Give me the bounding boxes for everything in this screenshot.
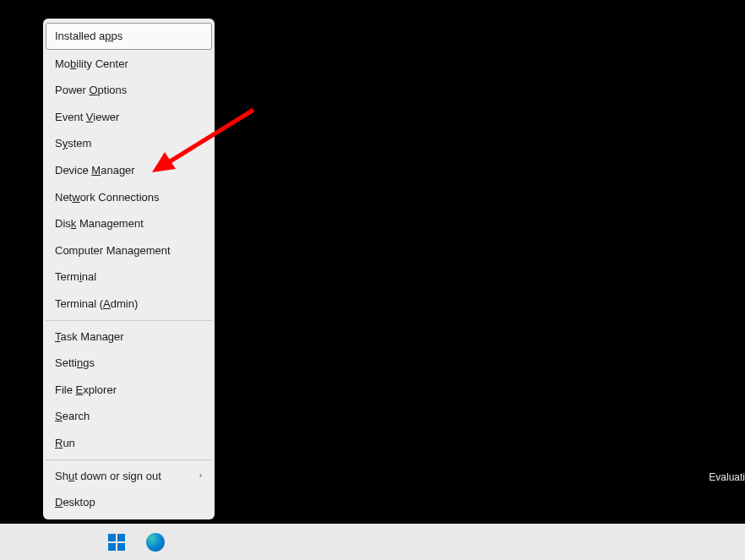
chevron-right-icon: ›	[199, 470, 202, 481]
menu-item-terminal-admin[interactable]: Terminal (Admin)	[46, 291, 212, 318]
menu-item-event-viewer[interactable]: Event Viewer	[46, 104, 212, 131]
menu-item-search[interactable]: Search	[46, 403, 212, 430]
menu-item-label: Settings	[55, 356, 95, 370]
menu-item-label: System	[55, 137, 91, 150]
menu-item-run[interactable]: Run	[46, 430, 212, 457]
menu-item-shutdown[interactable]: Shut down or sign out›	[46, 463, 212, 490]
edge-icon	[146, 533, 165, 552]
menu-item-label: Shut down or sign out	[55, 470, 161, 483]
menu-item-mobility-center[interactable]: Mobility Center	[46, 51, 212, 78]
menu-item-label: Event Viewer	[55, 111, 119, 124]
menu-item-label: Terminal (Admin)	[55, 297, 138, 311]
menu-item-terminal[interactable]: Terminal	[46, 264, 212, 291]
menu-item-label: Run	[55, 437, 75, 450]
taskbar[interactable]	[0, 524, 745, 560]
menu-item-desktop[interactable]: Desktop	[46, 489, 212, 516]
menu-item-network-connections[interactable]: Network Connections	[46, 184, 212, 211]
windows-logo-icon	[108, 534, 125, 551]
menu-item-file-explorer[interactable]: File Explorer	[46, 377, 212, 404]
menu-item-label: Terminal	[55, 270, 96, 284]
menu-item-label: Search	[55, 410, 90, 423]
start-button[interactable]	[105, 530, 128, 554]
menu-item-label: Mobility Center	[55, 57, 128, 71]
menu-item-label: Task Manager	[55, 330, 124, 344]
menu-item-label: Desktop	[55, 496, 95, 509]
menu-item-disk-management[interactable]: Disk Management	[46, 210, 212, 237]
watermark-text: Evaluati	[709, 471, 745, 483]
menu-item-label: Power Options	[55, 84, 127, 97]
menu-divider	[46, 320, 212, 321]
menu-item-label: File Explorer	[55, 383, 117, 397]
menu-item-installed-apps[interactable]: Installed apps	[46, 23, 212, 50]
menu-item-label: Installed apps	[55, 30, 122, 43]
menu-item-task-manager[interactable]: Task Manager	[46, 323, 212, 351]
menu-divider	[46, 459, 212, 460]
menu-item-label: Disk Management	[55, 217, 144, 231]
menu-item-label: Computer Management	[55, 244, 171, 258]
menu-item-system[interactable]: System	[46, 130, 212, 157]
menu-item-power-options[interactable]: Power Options	[46, 77, 212, 104]
menu-item-label: Device Manager	[55, 164, 135, 177]
desktop: Installed appsMobility CenterPower Optio…	[0, 0, 745, 524]
menu-item-device-manager[interactable]: Device Manager	[46, 157, 212, 184]
menu-item-computer-management[interactable]: Computer Management	[46, 237, 212, 264]
winx-context-menu[interactable]: Installed appsMobility CenterPower Optio…	[43, 19, 215, 519]
menu-item-settings[interactable]: Settings	[46, 350, 212, 377]
menu-item-label: Network Connections	[55, 191, 160, 204]
edge-button[interactable]	[144, 530, 167, 554]
